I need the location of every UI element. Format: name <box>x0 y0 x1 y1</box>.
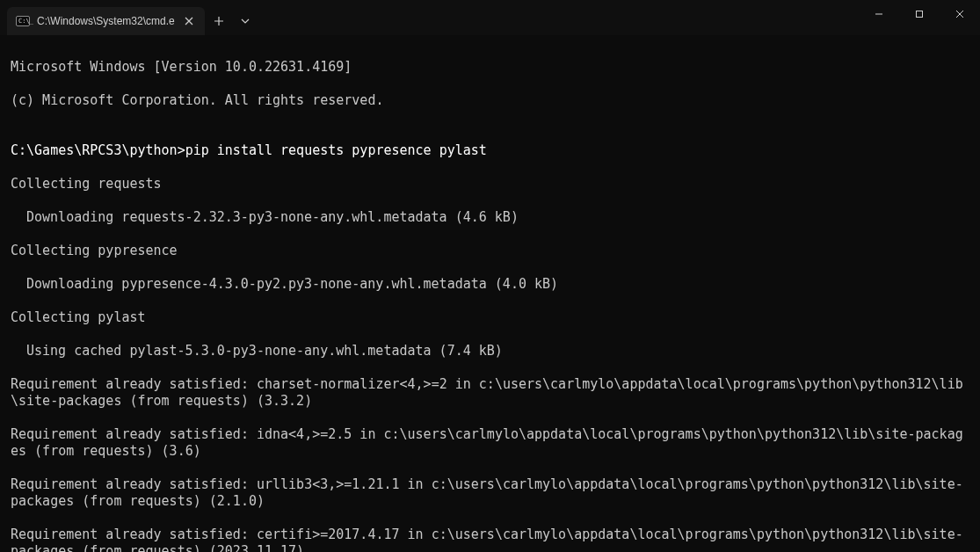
close-window-button[interactable] <box>940 0 980 28</box>
titlebar[interactable]: C:\Windows\System32\cmd.e <box>0 0 980 35</box>
output-line: Downloading requests-2.32.3-py3-none-any… <box>11 209 969 226</box>
svg-rect-0 <box>917 11 923 18</box>
plus-icon <box>214 16 224 26</box>
output-line: Downloading pypresence-4.3.0-py2.py3-non… <box>11 276 969 293</box>
maximize-icon <box>915 10 924 18</box>
output-line: (c) Microsoft Corporation. All rights re… <box>11 92 969 109</box>
terminal-output[interactable]: Microsoft Windows [Version 10.0.22631.41… <box>0 35 980 552</box>
new-tab-button[interactable] <box>205 7 233 35</box>
minimize-button[interactable] <box>859 0 899 28</box>
terminal-window: C:\Windows\System32\cmd.e Microsoft Wind… <box>0 0 980 552</box>
output-line: Requirement already satisfied: urllib3<3… <box>11 476 969 510</box>
tab-close-button[interactable] <box>182 14 196 28</box>
tab-active[interactable]: C:\Windows\System32\cmd.e <box>7 7 205 35</box>
minimize-icon <box>875 10 883 18</box>
output-line: Collecting pylast <box>11 309 969 326</box>
chevron-down-icon <box>241 18 250 24</box>
prompt-line: C:\Games\RPCS3\python>pip install reques… <box>11 142 969 159</box>
maximize-button[interactable] <box>899 0 940 28</box>
output-line: Microsoft Windows [Version 10.0.22631.41… <box>11 59 969 76</box>
output-line: Collecting requests <box>11 176 969 192</box>
output-line: Requirement already satisfied: charset-n… <box>11 376 969 410</box>
output-line: Collecting pypresence <box>11 243 969 259</box>
close-icon <box>955 10 964 18</box>
output-line: Requirement already satisfied: idna<4,>=… <box>11 426 969 460</box>
tab-dropdown-button[interactable] <box>233 7 258 35</box>
prompt-path: C:\Games\RPCS3\python> <box>11 142 185 158</box>
tab-title: C:\Windows\System32\cmd.e <box>37 15 175 27</box>
command-text: pip install requests pypresence pylast <box>185 142 487 158</box>
output-line: Requirement already satisfied: certifi>=… <box>11 527 969 552</box>
output-line: Using cached pylast-5.3.0-py3-none-any.w… <box>11 343 969 360</box>
close-icon <box>185 17 193 25</box>
cmd-icon <box>16 16 30 26</box>
window-controls <box>859 0 980 35</box>
